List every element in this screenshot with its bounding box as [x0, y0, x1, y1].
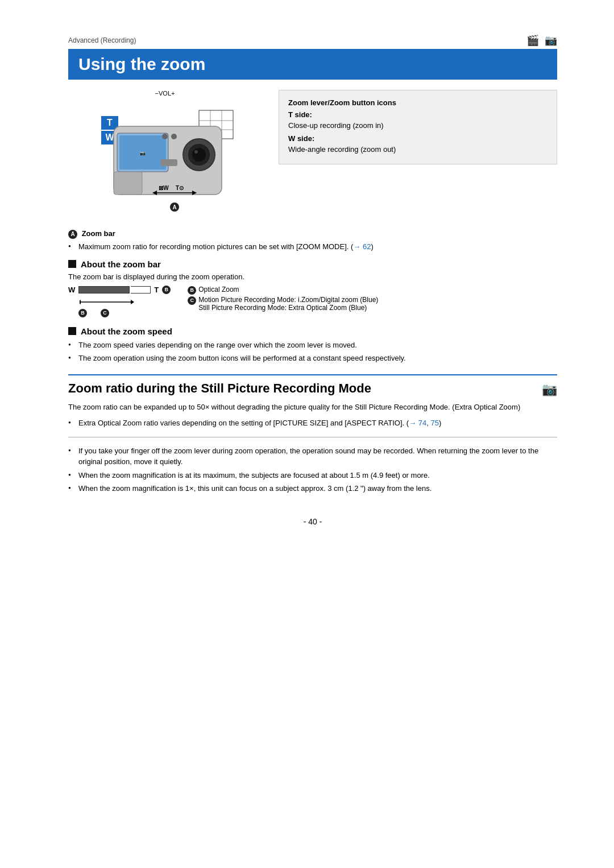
bar-w-label: W [68, 286, 75, 294]
svg-rect-20 [160, 159, 177, 166]
breadcrumb: Advanced (Recording) 🎬 📷 [68, 34, 557, 47]
breadcrumb-icons: 🎬 📷 [526, 34, 557, 47]
main-diagram-area: −VOL+ T W [68, 90, 557, 219]
zoom-bar-diagram-row: W T B B C [68, 286, 557, 317]
circle-a: A [68, 230, 77, 239]
svg-text:W: W [105, 133, 114, 142]
section-divider [68, 374, 557, 375]
zoom-speed-bullet-1: The zoom speed varies depending on the r… [68, 340, 557, 351]
section2-header: Zoom ratio during the Still Picture Reco… [68, 381, 557, 402]
svg-rect-17 [114, 172, 142, 195]
section-title: Using the zoom [68, 49, 557, 80]
page-number: - 40 - [68, 517, 557, 526]
extra-bullet-2: When the zoom magnification is at its ma… [68, 470, 557, 481]
video-icon: 🎬 [526, 34, 539, 47]
t-side-desc: Close-up recording (zoom in) [288, 121, 547, 130]
legend-c-row: C Motion Picture Recording Mode: i.Zoom/… [188, 296, 378, 312]
zoom-bar-label-row: A Zoom bar [68, 229, 557, 239]
zoom-bar-desc: The zoom bar is displayed during the zoo… [68, 272, 557, 281]
circle-b-label: B [78, 309, 87, 317]
svg-text:⊠W: ⊠W [159, 185, 169, 191]
extra-bullet-1: If you take your finger off the zoom lev… [68, 445, 557, 468]
camera-icon: 📷 [545, 34, 557, 47]
section2-title: Zoom ratio during the Still Picture Reco… [68, 381, 371, 396]
svg-text:A: A [172, 204, 176, 210]
about-zoom-bar: About the zoom bar The zoom bar is displ… [68, 259, 557, 317]
about-zoom-speed: About the zoom speed The zoom speed vari… [68, 326, 557, 364]
bar-t-label: T [154, 286, 159, 294]
section-title-text: Using the zoom [78, 55, 205, 73]
bar-row: W T B [68, 286, 171, 294]
camcorder-diagram: −VOL+ T W [68, 90, 262, 219]
bc-labels: B C [78, 309, 171, 317]
zoom-bar-heading: About the zoom bar [68, 259, 557, 269]
w-side-desc: Wide-angle recording (zoom out) [288, 145, 547, 154]
section2-bullets: Extra Optical Zoom ratio varies dependin… [68, 418, 557, 429]
thin-divider [68, 437, 557, 437]
black-square-icon2 [68, 327, 76, 335]
section2-desc: The zoom ratio can be expanded up to 50×… [68, 402, 557, 414]
legend-b-row: B Optical Zoom [188, 286, 378, 295]
zoom-speed-bullets: The zoom speed varies depending on the r… [68, 340, 557, 364]
vol-label: −VOL+ [68, 90, 262, 97]
zoom-info-box: Zoom lever/Zoom button icons T side: Clo… [279, 90, 557, 164]
zoom-bar-note-section: A Zoom bar Maximum zoom ratio for record… [68, 229, 557, 253]
legend-c-text: Motion Picture Recording Mode: i.Zoom/Di… [198, 296, 378, 312]
zoom-speed-heading: About the zoom speed [68, 326, 557, 336]
svg-point-19 [171, 134, 177, 139]
svg-point-16 [194, 150, 198, 154]
section2-bullet-1: Extra Optical Zoom ratio varies dependin… [68, 418, 557, 429]
svg-text:📷: 📷 [140, 150, 146, 156]
breadcrumb-text: Advanced (Recording) [68, 36, 136, 44]
extra-bullets: If you take your finger off the zoom lev… [68, 445, 557, 494]
section2: Zoom ratio during the Still Picture Reco… [68, 381, 557, 494]
svg-text:T⊙: T⊙ [176, 185, 184, 191]
zoom-info-title: Zoom lever/Zoom button icons [288, 98, 547, 107]
svg-marker-29 [80, 300, 81, 304]
zoom-bar-text: Zoom bar [82, 229, 115, 238]
camcorder-svg: T W 📷 [68, 98, 262, 217]
legend-b-text: Optical Zoom [198, 286, 239, 294]
svg-marker-30 [131, 300, 134, 304]
zoom-bar-notes: Maximum zoom ratio for recording motion … [68, 241, 557, 253]
circle-c-label: C [101, 309, 109, 317]
zoom-bar-note-item: Maximum zoom ratio for recording motion … [68, 241, 557, 253]
t-side-label: T side: [288, 110, 547, 119]
zoom-speed-bullet-2: The zoom operation using the zoom button… [68, 353, 557, 364]
w-side-label: W side: [288, 134, 547, 143]
circle-c-legend: C [188, 296, 196, 305]
bar-filled [78, 286, 130, 294]
bar-empty [131, 286, 151, 294]
circle-b-legend: B [188, 286, 196, 295]
camera-icon2: 📷 [542, 382, 557, 397]
legend-area: B Optical Zoom C Motion Picture Recordin… [188, 286, 378, 312]
zoom-bar-diagram: W T B B C [68, 286, 171, 317]
black-square-icon [68, 260, 76, 268]
svg-point-15 [192, 148, 206, 162]
circle-b-bar: B [162, 286, 171, 294]
svg-point-18 [162, 134, 168, 139]
svg-text:T: T [107, 118, 113, 127]
bar-arrows [80, 296, 171, 308]
extra-bullet-3: When the zoom magnification is 1×, this … [68, 483, 557, 494]
bar-arrow-svg [80, 296, 162, 308]
page: Advanced (Recording) 🎬 📷 Using the zoom … [0, 0, 614, 868]
